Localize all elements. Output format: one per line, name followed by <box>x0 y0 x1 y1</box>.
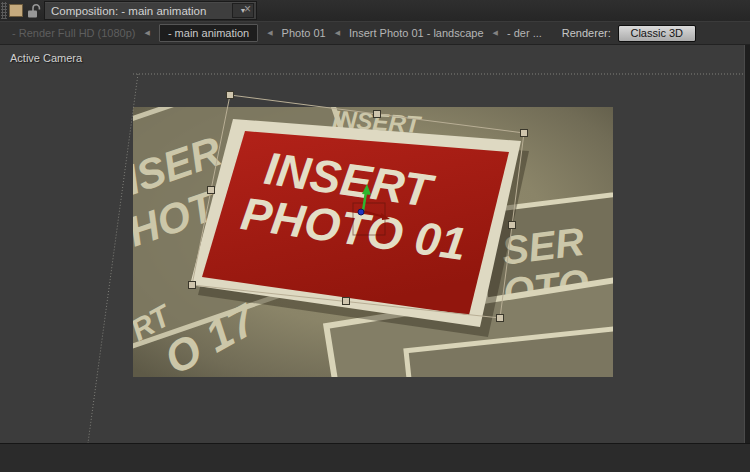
z-axis-point-icon[interactable] <box>358 209 364 215</box>
breadcrumb-item[interactable]: Photo 01 <box>282 27 326 39</box>
breadcrumb-item-active[interactable]: - main animation <box>159 24 258 42</box>
breadcrumb-item-dimmed[interactable]: - Render Full HD (1080p) <box>12 27 136 39</box>
breadcrumb-separator-icon: ◀ <box>267 29 272 37</box>
breadcrumb-item[interactable]: Insert Photo 01 - landscape <box>349 27 484 39</box>
breadcrumb-separator-icon: ◀ <box>493 29 498 37</box>
panel-swatch-icon <box>9 4 23 17</box>
active-view-label: Active Camera <box>10 52 82 64</box>
mini-flowchart-bar: - Render Full HD (1080p) ◀ - main animat… <box>0 21 750 45</box>
composition-panel: Composition: - main animation ▼ × - Rend… <box>0 0 750 472</box>
tab-close-icon[interactable]: × <box>244 2 251 16</box>
breadcrumb-item[interactable]: - der ... <box>507 27 542 39</box>
unlock-icon[interactable] <box>26 2 42 19</box>
composition-viewport[interactable]: INSER PHOTO RT O 17 SER OTO <box>0 45 750 443</box>
panel-grip-handle[interactable] <box>1 2 7 19</box>
composition-tab[interactable]: Composition: - main animation ▼ <box>44 1 257 20</box>
composition-canvas[interactable]: INSER PHOTO RT O 17 SER OTO <box>0 45 750 443</box>
renderer-label: Renderer: <box>562 27 611 39</box>
panel-tab-bar: Composition: - main animation ▼ × <box>0 0 750 21</box>
breadcrumb-separator-icon: ◀ <box>335 29 340 37</box>
viewer-toolbar: 25% ▼ 0;00;01;28 <box>0 443 750 472</box>
panel-right-edge <box>744 45 750 443</box>
renderer-button[interactable]: Classic 3D <box>618 25 696 42</box>
breadcrumb-separator-icon: ◀ <box>145 29 150 37</box>
tab-title: Composition: - main animation <box>45 5 212 17</box>
